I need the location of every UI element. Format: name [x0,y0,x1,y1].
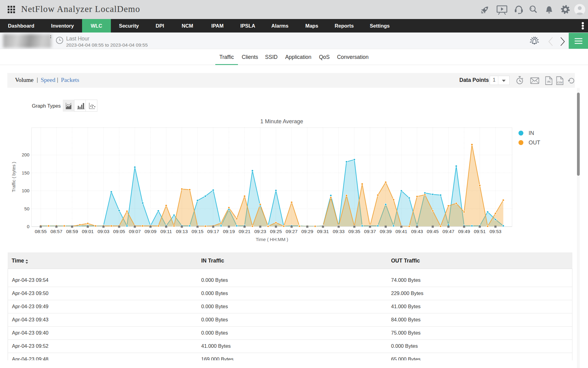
svg-text:09:35: 09:35 [349,229,360,234]
svg-text:09:43: 09:43 [411,229,423,234]
svg-text:09:49: 09:49 [458,229,470,234]
svg-text:50: 50 [24,206,29,211]
svg-text:09:47: 09:47 [443,229,454,234]
svg-text:Traffic ( bytes ): Traffic ( bytes ) [11,162,16,192]
svg-text:09:03: 09:03 [97,229,109,234]
svg-text:150: 150 [22,170,29,175]
svg-text:09:29: 09:29 [301,229,313,234]
svg-text:09:25: 09:25 [270,229,282,234]
svg-text:09:31: 09:31 [317,229,329,234]
svg-text:09:07: 09:07 [129,229,141,234]
svg-text:08:59: 08:59 [66,229,78,234]
svg-text:08:55: 08:55 [35,229,47,234]
svg-text:09:05: 09:05 [113,229,125,234]
svg-text:09:15: 09:15 [192,229,204,234]
svg-text:100: 100 [22,188,29,193]
svg-text:09:27: 09:27 [286,229,298,234]
svg-text:Time ( HH:MM ): Time ( HH:MM ) [256,237,288,242]
svg-text:09:17: 09:17 [207,229,219,234]
svg-text:CSV: CSV [557,81,563,84]
svg-text:09:09: 09:09 [145,229,156,234]
svg-text:09:33: 09:33 [333,229,345,234]
svg-text:OUT: OUT [529,140,540,146]
svg-text:09:41: 09:41 [395,229,407,234]
svg-text:1 Minute Average: 1 Minute Average [260,118,303,125]
svg-text:09:01: 09:01 [82,229,94,234]
svg-text:09:53: 09:53 [489,229,501,234]
svg-text:0: 0 [27,224,29,229]
svg-text:08:57: 08:57 [51,229,62,234]
svg-text:09:23: 09:23 [254,229,266,234]
svg-text:09:19: 09:19 [223,229,235,234]
svg-text:09:37: 09:37 [364,229,376,234]
svg-text:09:11: 09:11 [160,229,172,234]
svg-text:IN: IN [529,130,534,136]
svg-text:09:21: 09:21 [239,229,251,234]
svg-text:09:45: 09:45 [427,229,439,234]
svg-text:09:51: 09:51 [474,229,486,234]
svg-text:09:39: 09:39 [380,229,392,234]
svg-text:09:13: 09:13 [176,229,188,234]
svg-text:200: 200 [22,152,29,157]
